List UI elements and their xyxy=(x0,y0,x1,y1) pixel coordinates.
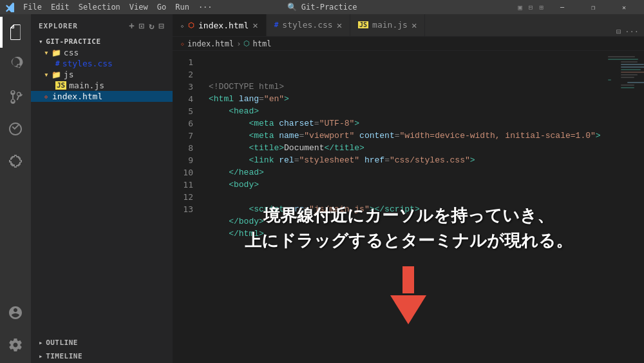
code-line: <title>Document</title> xyxy=(209,142,605,154)
chevron-down-icon: ▾ xyxy=(39,37,43,46)
breadcrumb-file[interactable]: index.html xyxy=(187,39,234,48)
vscode-icon xyxy=(5,2,15,12)
chevron-right-icon-timeline: ▸ xyxy=(39,352,43,360)
html-breadcrumb-icon: ⬦ xyxy=(180,39,185,48)
file-index-html[interactable]: ⬦ index.html xyxy=(31,91,173,102)
tab-html-icon: ⬡ xyxy=(188,21,194,30)
activity-bar-bottom xyxy=(0,297,31,363)
folder-js-icon: 📁 xyxy=(52,70,61,79)
code-line: <html lang="en"> xyxy=(209,93,605,105)
split-editor-icon[interactable]: ⊟ xyxy=(616,27,621,36)
close-button[interactable]: ✕ xyxy=(609,0,639,14)
source-control-activity-icon[interactable] xyxy=(0,81,31,112)
run-debug-activity-icon[interactable] xyxy=(0,113,31,144)
css-file-icon: # xyxy=(55,59,60,68)
new-file-icon[interactable]: + xyxy=(129,21,135,31)
code-lines: <!DOCTYPE html><html lang="en"> <head> <… xyxy=(209,81,605,240)
sidebar-header-icons: + ⊡ ↻ ⊟ xyxy=(129,21,165,31)
folder-icon: 📁 xyxy=(52,48,61,57)
layout-icon-2[interactable]: ⊟ xyxy=(526,3,536,12)
layout-icon-3[interactable]: ⊞ xyxy=(536,3,546,12)
tab-bar-right: ⊟ ··· xyxy=(611,27,644,36)
code-line: <head> xyxy=(209,105,605,117)
code-line xyxy=(209,191,605,203)
search-activity-icon[interactable] xyxy=(0,49,31,80)
tab-css-icon: # xyxy=(274,21,279,29)
code-line: <!DOCTYPE html> xyxy=(209,81,605,93)
minimize-button[interactable]: ─ xyxy=(547,0,577,14)
chevron-down-icon: ▾ xyxy=(44,70,49,79)
account-activity-icon[interactable] xyxy=(0,297,31,328)
code-line: <meta name="viewport" content="width=dev… xyxy=(209,130,605,142)
html-element-icon: ⬡ xyxy=(243,39,250,48)
menu-more[interactable]: ··· xyxy=(194,1,216,13)
tab-main-js[interactable]: JS main.js ✕ xyxy=(350,14,425,36)
minimap xyxy=(605,51,644,363)
tab-index-html-label: index.html xyxy=(198,21,249,30)
breadcrumb-element[interactable]: html xyxy=(252,39,271,48)
tab-close-styles[interactable]: ✕ xyxy=(337,21,342,30)
collapse-all-icon[interactable]: ⊟ xyxy=(159,21,165,31)
chevron-right-icon: ▸ xyxy=(39,338,43,347)
layout-icon-1[interactable]: ▣ xyxy=(515,3,525,12)
code-line: </body> xyxy=(209,215,605,228)
menu-selection[interactable]: Selection xyxy=(75,1,124,13)
breadcrumb: ⬦ index.html › ⬡ html xyxy=(173,37,644,51)
code-line: <script src="js/main.js"></script> xyxy=(209,203,605,215)
menu-go[interactable]: Go xyxy=(153,1,170,13)
file-styles-css[interactable]: # styles.css xyxy=(31,58,173,69)
code-line: <link rel="stylesheet" href="css/styles.… xyxy=(209,154,605,166)
chevron-down-icon: ▾ xyxy=(44,48,49,57)
tab-modified-dot: ⬦ xyxy=(180,22,184,29)
new-folder-icon[interactable]: ⊡ xyxy=(139,21,145,31)
file-main-js[interactable]: JS main.js xyxy=(31,80,173,91)
extensions-activity-icon[interactable] xyxy=(0,146,31,177)
title-bar: File Edit Selection View Go Run ··· 🔍 Gi… xyxy=(0,0,644,14)
menu-file[interactable]: File xyxy=(19,1,46,13)
file-styles-css-label: styles.css xyxy=(62,59,113,68)
sidebar-title: EXPLORER xyxy=(39,22,78,30)
folder-js-label: js xyxy=(64,70,74,79)
tab-styles-css-label: styles.css xyxy=(282,20,332,30)
html-file-icon: ⬦ xyxy=(44,92,48,101)
explorer-activity-icon[interactable] xyxy=(0,17,31,48)
project-name: GIT-PRACTICE xyxy=(46,37,100,46)
tab-index-html[interactable]: ⬦ ⬡ index.html ✕ xyxy=(173,14,267,36)
menu-run[interactable]: Run xyxy=(171,1,193,13)
sidebar: EXPLORER + ⊡ ↻ ⊟ ▾ GIT-PRACTICE ▾ 📁 css xyxy=(31,14,173,363)
outline-section[interactable]: ▸ OUTLINE xyxy=(31,336,173,349)
breadcrumb-sep: › xyxy=(236,39,241,48)
project-root[interactable]: ▾ GIT-PRACTICE xyxy=(31,35,173,47)
code-line: </html> xyxy=(209,228,605,240)
file-index-html-label: index.html xyxy=(52,92,102,101)
tab-close-index[interactable]: ✕ xyxy=(252,21,258,30)
titlebar-menu: File Edit Selection View Go Run ··· xyxy=(19,1,216,13)
maximize-button[interactable]: ❐ xyxy=(578,0,608,14)
folder-css-label: css xyxy=(64,48,79,57)
timeline-label: TIMELINE xyxy=(46,352,82,360)
titlebar-controls: ▣ ⊟ ⊞ ─ ❐ ✕ xyxy=(515,0,639,14)
activity-bar xyxy=(0,14,31,363)
editor-area: ⬦ ⬡ index.html ✕ # styles.css ✕ JS main.… xyxy=(173,14,644,363)
code-line: <meta charset="UTF-8"> xyxy=(209,117,605,130)
tab-close-main[interactable]: ✕ xyxy=(412,21,417,30)
folder-css[interactable]: ▾ 📁 css xyxy=(31,47,173,58)
outline-label: OUTLINE xyxy=(46,338,78,347)
tab-main-js-label: main.js xyxy=(372,20,408,30)
code-content[interactable]: <!DOCTYPE html><html lang="en"> <head> <… xyxy=(198,51,605,363)
sidebar-header: EXPLORER + ⊡ ↻ ⊟ xyxy=(31,14,173,34)
menu-edit[interactable]: Edit xyxy=(47,1,73,13)
tab-styles-css[interactable]: # styles.css ✕ xyxy=(267,14,350,36)
settings-activity-icon[interactable] xyxy=(0,329,31,360)
refresh-icon[interactable]: ↻ xyxy=(149,21,155,31)
code-line: <body> xyxy=(209,179,605,191)
titlebar-title: 🔍 Git-Practice xyxy=(287,3,357,12)
more-tabs-icon[interactable]: ··· xyxy=(625,27,639,36)
main-layout: EXPLORER + ⊡ ↻ ⊟ ▾ GIT-PRACTICE ▾ 📁 css xyxy=(0,14,644,363)
menu-view[interactable]: View xyxy=(126,1,152,13)
timeline-section[interactable]: ▸ TIMELINE xyxy=(31,349,173,363)
tab-js-icon: JS xyxy=(358,21,368,28)
titlebar-left: File Edit Selection View Go Run ··· xyxy=(5,1,216,13)
folder-js[interactable]: ▾ 📁 js xyxy=(31,69,173,80)
file-tree: ▾ GIT-PRACTICE ▾ 📁 css # styles.css ▾ 📁 … xyxy=(31,34,173,336)
